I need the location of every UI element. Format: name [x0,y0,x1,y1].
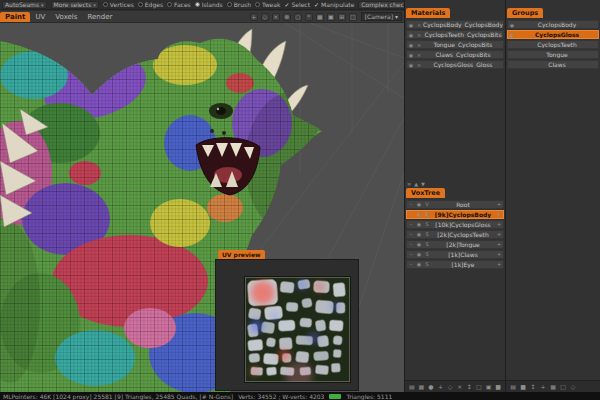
eye-icon[interactable]: ◉ [415,241,423,247]
solid-icon[interactable]: ■ [494,383,502,390]
collapse-icon[interactable]: – [407,261,415,267]
move-icon[interactable]: ↕ [466,383,474,390]
add-child-icon[interactable]: + [495,251,503,257]
add-icon[interactable]: + [250,13,258,21]
grid-icon[interactable]: ▦ [418,383,426,390]
uv-preview-panel[interactable]: UV preview [215,250,359,391]
eye-icon[interactable]: ◉ [407,52,415,58]
eye-icon[interactable]: ◉ [508,32,516,38]
add-child-icon[interactable]: + [495,231,503,237]
down-icon[interactable]: ▼ [421,181,425,187]
camera-dropdown[interactable]: [Camera] ▾ [361,12,402,21]
add-child-icon[interactable]: + [495,201,503,207]
eye-icon[interactable]: ◉ [407,42,415,48]
checker-display-dropdown[interactable]: Complex chec... ▾ [358,1,404,9]
radio-faces[interactable]: Faces [167,1,191,8]
manipulate-checkbox[interactable]: ✓ Manipulate [314,1,354,8]
group-row[interactable]: CyclopsTeeth [507,40,599,49]
frame-icon[interactable]: ⊞ [338,13,346,21]
material-row[interactable]: ◉ × CyclopsTeeth_CyclopsBits [406,30,504,39]
select-checkbox[interactable]: ✓ Select [284,1,310,8]
group-row[interactable]: ◉ CyclopsGloss [507,30,599,39]
voxtree-row[interactable]: – ◉ S [1k]Claws + [406,250,504,259]
eye-icon[interactable]: ◉ [415,231,423,237]
close-icon[interactable]: × [272,13,280,21]
delete-icon[interactable]: × [415,42,423,48]
layers-icon[interactable]: ▤ [509,383,517,390]
voxtree-row[interactable]: – ◉ S [2k]Tongue + [406,240,504,249]
material-row[interactable]: ◉ × CyclopsGloss_Gloss [406,60,504,69]
collapse-icon[interactable]: – [407,241,415,247]
eye-icon[interactable]: ◉ [415,251,423,257]
voxtree-row[interactable]: – ◉ S [2k]CyclopsTeeth + [406,230,504,239]
radio-brush[interactable]: Brush [227,1,251,8]
radio-edges[interactable]: Edges [138,1,163,8]
layers-icon[interactable]: ▤ [408,383,416,390]
settings-icon[interactable]: * [305,13,313,21]
collapse-icon[interactable]: – [407,251,415,257]
material-row[interactable]: ◉ × CyclopsBody_CyclopsBody [406,20,504,29]
box-icon[interactable]: □ [349,13,357,21]
mode-dropdown[interactable]: AutoSeams ▾ [2,1,47,9]
voxtree-row[interactable]: – ◉ S [9k]CyclopsBody + [406,210,504,219]
eye-icon[interactable]: ◉ [407,22,415,28]
delete-icon[interactable]: × [415,52,423,58]
grid-icon[interactable]: ▦ [316,13,324,21]
collapse-icon[interactable]: – [407,221,415,227]
group-row[interactable]: Claws [507,60,599,69]
radio-vertices[interactable]: Vertices [103,1,134,8]
move-icon[interactable]: ↕ [529,383,537,390]
add-child-icon[interactable]: + [495,241,503,247]
menu-icon[interactable]: ≡ [407,181,411,187]
eye-icon[interactable]: ◉ [415,221,423,227]
viewport-3d[interactable]: UV preview [0,23,404,392]
eye-icon[interactable]: ◉ [407,62,415,68]
tab-paint[interactable]: Paint [0,12,30,22]
delete-icon[interactable]: × [415,22,423,28]
snap-icon[interactable]: ⊗ [283,13,291,21]
voxtree-row[interactable]: – ◉ S [1k]Eye + [406,260,504,269]
voxtree-panel-tab[interactable]: VoxTree [406,188,445,198]
box-icon[interactable]: □ [559,383,567,390]
groups-panel-tab[interactable]: Groups [507,8,543,18]
collapse-icon[interactable]: – [407,201,415,207]
radio-islands[interactable]: Islands [195,1,223,8]
add-icon[interactable]: + [539,383,547,390]
add-child-icon[interactable]: + [495,211,503,217]
grid-icon[interactable]: ▦ [549,383,557,390]
add-icon[interactable]: + [437,383,445,390]
up-icon[interactable]: ▲ [414,181,418,187]
eye-icon[interactable]: ◉ [415,261,423,267]
circle-icon[interactable]: ○ [294,13,302,21]
pick-icon[interactable]: ◇ [261,13,269,21]
delete-icon[interactable]: × [415,32,423,38]
delete-icon[interactable]: × [456,383,464,390]
tab-render[interactable]: Render [82,12,117,22]
tab-voxels[interactable]: Voxels [50,12,82,22]
materials-panel-tab[interactable]: Materials [406,8,450,18]
eye-icon[interactable]: ◉ [407,32,415,38]
eye-icon[interactable]: ◉ [415,211,423,217]
group-row[interactable]: Tongue [507,50,599,59]
sphere-icon[interactable]: ● [427,383,435,390]
solid-icon[interactable]: ■ [519,383,527,390]
voxtree-row[interactable]: – ◉ S [10k]CyclopsGloss + [406,220,504,229]
delete-icon[interactable]: × [415,62,423,68]
eye-icon[interactable]: ◉ [508,22,516,28]
group-row[interactable]: ◉ CyclopsBody [507,20,599,29]
diamond-icon[interactable]: ◇ [446,383,454,390]
box-icon[interactable]: □ [475,383,483,390]
collapse-icon[interactable]: – [407,231,415,237]
more-selects-dropdown[interactable]: More selects ▾ [51,1,99,9]
collapse-icon[interactable]: – [407,211,415,217]
material-row[interactable]: ◉ × Claws_CyclopsBits [406,50,504,59]
add-child-icon[interactable]: + [495,261,503,267]
uv-preview-tab[interactable]: UV preview [218,250,265,259]
tab-uv[interactable]: UV [30,12,50,22]
diamond-icon[interactable]: ◇ [569,383,577,390]
add-child-icon[interactable]: + [495,221,503,227]
material-row[interactable]: ◉ × Tongue_CyclopsBits [406,40,504,49]
cells-icon[interactable]: ▣ [327,13,335,21]
eye-icon[interactable]: ◉ [415,201,423,207]
cells-icon[interactable]: ▣ [485,383,493,390]
